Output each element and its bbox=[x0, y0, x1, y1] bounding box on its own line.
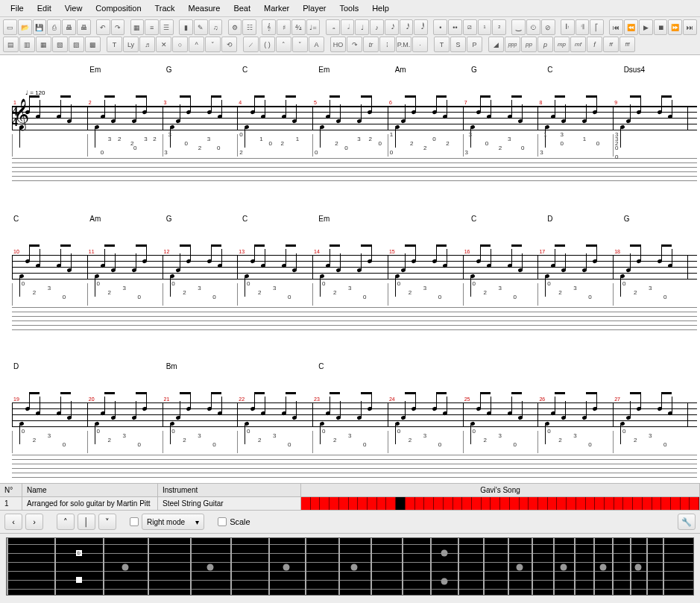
first-icon[interactable]: ⏮ bbox=[609, 19, 623, 35]
down-icon[interactable]: ˅ bbox=[292, 37, 308, 52]
tap-icon[interactable]: T bbox=[434, 37, 450, 52]
f-icon[interactable]: f bbox=[587, 37, 602, 52]
mf-icon[interactable]: mf bbox=[570, 37, 586, 52]
beat-cell[interactable] bbox=[482, 497, 491, 510]
eighth-note-icon[interactable]: ♪ bbox=[370, 19, 384, 35]
beat-cell[interactable] bbox=[377, 497, 387, 510]
trill-icon[interactable]: tr bbox=[363, 37, 379, 52]
menu-measure[interactable]: Measure bbox=[183, 1, 227, 15]
view-linear-icon[interactable]: ≡ bbox=[145, 19, 159, 35]
beat-cell[interactable] bbox=[396, 497, 406, 510]
up-icon[interactable]: ˄ bbox=[276, 37, 291, 52]
keysig-icon[interactable]: ♯ bbox=[277, 19, 291, 35]
menu-track[interactable]: Track bbox=[149, 1, 181, 15]
sixteenth-note-icon[interactable]: 𝅘𝅥𝅯 bbox=[385, 19, 399, 35]
settings-button[interactable]: 🔧 bbox=[678, 514, 696, 530]
beat-cell[interactable] bbox=[557, 497, 567, 510]
fff-icon[interactable]: fff bbox=[619, 37, 635, 52]
beat-cell[interactable] bbox=[329, 497, 339, 510]
slap-icon[interactable]: S bbox=[450, 37, 466, 52]
scale-checkbox[interactable] bbox=[218, 517, 227, 526]
beat-cell[interactable] bbox=[605, 497, 614, 510]
beat-cell[interactable] bbox=[548, 497, 558, 510]
prev-icon[interactable]: ⏪ bbox=[624, 19, 638, 35]
menu-help[interactable]: Help bbox=[366, 1, 395, 15]
chord2-icon[interactable]: ▥ bbox=[19, 37, 35, 52]
saveas-icon[interactable]: ⎙ bbox=[47, 19, 61, 35]
accent2-icon[interactable]: A bbox=[309, 37, 324, 52]
menu-tools[interactable]: Tools bbox=[333, 1, 365, 15]
redo-icon[interactable]: ↷ bbox=[111, 19, 125, 35]
tempo-icon[interactable]: ♩= bbox=[306, 19, 321, 35]
beat-cell[interactable] bbox=[614, 497, 624, 510]
beat-cell[interactable] bbox=[690, 497, 699, 510]
tremolo-icon[interactable]: ⫶ bbox=[379, 37, 395, 52]
beat-cell[interactable] bbox=[339, 497, 349, 510]
chord5-icon[interactable]: ▨ bbox=[69, 37, 84, 52]
ghost-icon[interactable]: ○ bbox=[172, 37, 188, 52]
score-area[interactable]: Em G C Em Am G C Dsus4 ♩ = 120 𝄞 44 1234… bbox=[0, 55, 700, 483]
mode-checkbox[interactable] bbox=[130, 517, 139, 526]
p-icon[interactable]: p bbox=[537, 37, 553, 52]
mode-combo[interactable]: Right mode▾ bbox=[142, 514, 204, 530]
tuplet-icon[interactable]: ⧄ bbox=[463, 19, 477, 35]
scroll-left-button[interactable]: ‹ bbox=[4, 514, 22, 530]
chord4-icon[interactable]: ▧ bbox=[52, 37, 68, 52]
print-icon[interactable]: 🖶 bbox=[62, 19, 76, 35]
tie-icon[interactable]: ‿ bbox=[511, 19, 526, 35]
edit-icon[interactable]: ✎ bbox=[194, 19, 208, 35]
beat-cell[interactable] bbox=[538, 497, 548, 510]
accent-icon[interactable]: ^ bbox=[189, 37, 204, 52]
fade-icon[interactable]: ◢ bbox=[488, 37, 504, 52]
last-icon[interactable]: ⏭ bbox=[683, 19, 697, 35]
beat-cell[interactable] bbox=[529, 497, 538, 510]
beat-cell[interactable] bbox=[453, 497, 463, 510]
play-icon[interactable]: ▶ bbox=[639, 19, 653, 35]
doubledotted-icon[interactable]: •• bbox=[448, 19, 462, 35]
beat-cell[interactable] bbox=[320, 497, 329, 510]
beat-cell[interactable] bbox=[652, 497, 662, 510]
col-num-header[interactable]: N° bbox=[0, 484, 22, 497]
beat-cell[interactable] bbox=[661, 497, 671, 510]
beat-cell[interactable] bbox=[311, 497, 321, 510]
beat-cell[interactable] bbox=[349, 497, 359, 510]
menu-file[interactable]: File bbox=[4, 1, 30, 15]
new-icon[interactable]: ▭ bbox=[3, 19, 17, 35]
voice1-icon[interactable]: ¹ bbox=[478, 19, 492, 35]
beat-cell[interactable] bbox=[576, 497, 586, 510]
col-inst-header[interactable]: Instrument bbox=[158, 484, 300, 497]
harm-icon[interactable]: HO bbox=[330, 37, 346, 52]
metronome-icon[interactable]: ⏲ bbox=[526, 19, 540, 35]
track-inst[interactable]: Steel String Guitar bbox=[158, 497, 300, 510]
menu-player[interactable]: Player bbox=[297, 1, 332, 15]
paren-icon[interactable]: ( ) bbox=[259, 37, 275, 52]
menu-composition[interactable]: Composition bbox=[89, 1, 147, 15]
save-icon[interactable]: 💾 bbox=[33, 19, 47, 35]
ff-icon[interactable]: ff bbox=[603, 37, 619, 52]
text-icon[interactable]: T bbox=[107, 37, 122, 52]
beat-cell[interactable] bbox=[595, 497, 605, 510]
ppp-icon[interactable]: ppp bbox=[505, 37, 520, 52]
mp-icon[interactable]: mp bbox=[554, 37, 570, 52]
repeat-close-icon[interactable]: 𝄇 bbox=[576, 19, 590, 35]
beat-cell[interactable] bbox=[415, 497, 425, 510]
beat-cell[interactable] bbox=[671, 497, 681, 510]
repeat-open-icon[interactable]: 𝄆 bbox=[561, 19, 575, 35]
beat-cell[interactable] bbox=[406, 497, 415, 510]
stacc-icon[interactable]: · bbox=[412, 37, 428, 52]
dead-icon[interactable]: ✕ bbox=[156, 37, 171, 52]
grace-icon[interactable]: ♬ bbox=[139, 37, 155, 52]
pp-icon[interactable]: pp bbox=[521, 37, 537, 52]
properties-icon[interactable]: ⚙ bbox=[228, 19, 242, 35]
beat-cell[interactable] bbox=[681, 497, 690, 510]
beat-cell[interactable] bbox=[462, 497, 472, 510]
open-icon[interactable]: 📂 bbox=[18, 19, 32, 35]
count-icon[interactable]: ⊘ bbox=[541, 19, 555, 35]
beat-cell[interactable] bbox=[368, 497, 377, 510]
beat-timeline[interactable] bbox=[301, 497, 699, 510]
beat-cell[interactable] bbox=[567, 497, 576, 510]
browser-icon[interactable]: ☷ bbox=[242, 19, 256, 35]
menu-beat[interactable]: Beat bbox=[227, 1, 256, 15]
beat-cell[interactable] bbox=[633, 497, 643, 510]
voice2-icon[interactable]: ² bbox=[492, 19, 506, 35]
